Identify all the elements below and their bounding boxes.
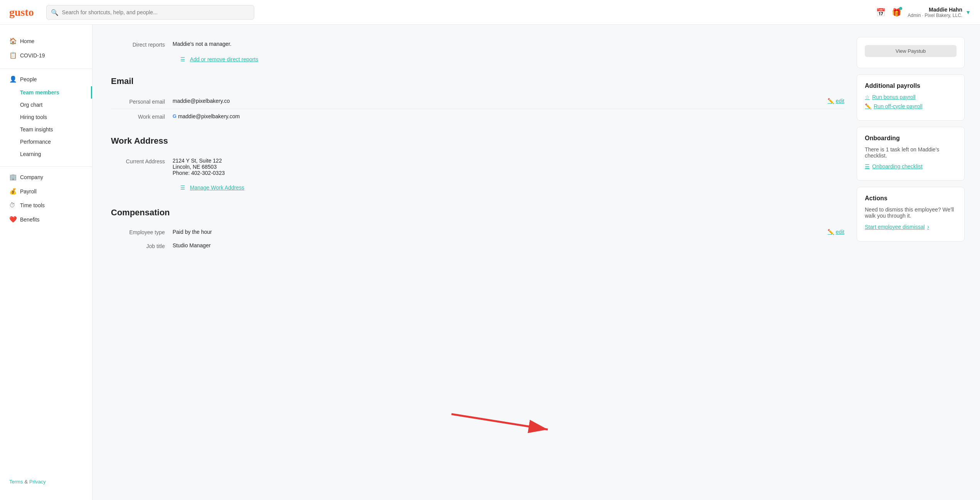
search-bar[interactable]: 🔍 [46, 5, 254, 20]
hiring-tools-label: Hiring tools [20, 114, 47, 120]
direct-reports-row: Direct reports Maddie's not a manager. [111, 37, 844, 52]
sidebar-divider-1 [0, 69, 92, 69]
calendar-button[interactable]: 📅 [876, 8, 886, 17]
payroll-icon: 💰 [9, 188, 16, 195]
work-email-value: G maddie@pixelbakery.com [173, 113, 844, 119]
user-name: Maddie Hahn [908, 7, 962, 13]
list-icon: ☰ [180, 56, 185, 62]
add-remove-direct-reports-link[interactable]: Add or remove direct reports [190, 56, 258, 62]
sidebar-people-label: People [20, 76, 37, 82]
sidebar-item-people[interactable]: 👤 People [0, 72, 92, 86]
work-email-label: Work email [111, 113, 173, 120]
direct-reports-value: Maddie's not a manager. [173, 41, 844, 47]
manage-work-address-row: ☰ Manage Work Address [111, 180, 844, 195]
terms-link[interactable]: Terms [9, 479, 23, 485]
sidebar-item-covid[interactable]: 📋 COVID-19 [0, 48, 92, 62]
start-dismissal-link[interactable]: Start employee dismissal › [865, 223, 957, 230]
address-phone: Phone: 402-302-0323 [173, 170, 844, 176]
team-members-label: Team members [20, 89, 59, 96]
footer-ampersand: & [24, 479, 28, 485]
compensation-edit-link[interactable]: ✏️ edit [827, 229, 844, 235]
personal-email-edit-link[interactable]: ✏️ edit [827, 98, 844, 104]
manage-work-address-link[interactable]: Manage Work Address [190, 185, 244, 191]
covid-icon: 📋 [9, 52, 16, 59]
compensation-title: Compensation [111, 208, 844, 218]
edit-pencil-icon-2: ✏️ [827, 229, 834, 235]
sidebar-covid-label: COVID-19 [20, 52, 45, 59]
current-address-label: Current Address [111, 158, 173, 164]
performance-label: Performance [20, 139, 51, 145]
job-title-value: Studio Manager [173, 242, 844, 248]
sidebar-footer: Terms & Privacy [0, 473, 92, 491]
top-navigation: gusto 🔍 📅 🎁 Maddie Hahn Admin · Pixel Ba… [0, 0, 980, 25]
personal-email-value: maddie@pixelbakery.co [173, 98, 827, 104]
sidebar-item-learning[interactable]: Learning [0, 148, 92, 160]
edit-pencil-icon: ✏️ [827, 98, 834, 104]
additional-payrolls-card: Additional payrolls ☆ Run bonus payroll … [857, 74, 965, 121]
user-role: Admin · Pixel Bakery, LLC. [908, 13, 962, 18]
time-icon: ⏱ [9, 202, 16, 209]
job-title-row: Job title Studio Manager [111, 238, 844, 253]
sidebar-divider-2 [0, 166, 92, 167]
additional-payrolls-title: Additional payrolls [865, 82, 957, 89]
address-line1: 2124 Y St, Suite 122 [173, 158, 844, 164]
run-bonus-link[interactable]: ☆ Run bonus payroll [865, 94, 957, 100]
paystub-card: View Paystub [857, 37, 965, 68]
google-icon: G [173, 113, 176, 119]
employee-type-value: Paid by the hour [173, 229, 827, 235]
company-label: Company [20, 174, 43, 180]
learning-label: Learning [20, 151, 41, 157]
sidebar-item-time-tools[interactable]: ⏱ Time tools [0, 198, 92, 212]
team-insights-label: Team insights [20, 126, 53, 133]
topnav-right: 📅 🎁 Maddie Hahn Admin · Pixel Bakery, LL… [876, 7, 971, 18]
sidebar-item-payroll[interactable]: 💰 Payroll [0, 184, 92, 198]
page-layout: 🏠 Home 📋 COVID-19 👤 People Team members … [0, 25, 980, 500]
gift-button[interactable]: 🎁 [892, 8, 901, 17]
job-title-label: Job title [111, 242, 173, 249]
run-offcycle-link[interactable]: ✏️ Run off-cycle payroll [865, 103, 957, 109]
onboarding-card: Onboarding There is 1 task left on Maddi… [857, 127, 965, 181]
privacy-link[interactable]: Privacy [29, 479, 46, 485]
user-info: Maddie Hahn Admin · Pixel Bakery, LLC. [908, 7, 962, 18]
sidebar-item-home[interactable]: 🏠 Home [0, 34, 92, 48]
people-icon: 👤 [9, 76, 16, 83]
sidebar-item-performance[interactable]: Performance [0, 136, 92, 148]
actions-card: Actions Need to dismiss this employee? W… [857, 187, 965, 242]
onboarding-title: Onboarding [865, 135, 957, 142]
onboarding-checklist-link[interactable]: ☰ Onboarding checklist [865, 163, 957, 169]
user-menu[interactable]: Maddie Hahn Admin · Pixel Bakery, LLC. ▼ [908, 7, 971, 18]
sidebar-other-items: 🏢 Company 💰 Payroll ⏱ Time tools ❤️ Bene… [0, 170, 92, 227]
work-email-row: Work email G maddie@pixelbakery.com [111, 109, 844, 124]
chevron-right-icon: › [927, 223, 929, 230]
view-paystub-button[interactable]: View Paystub [865, 45, 957, 57]
actions-text: Need to dismiss this employee? We'll wal… [865, 206, 957, 219]
sidebar-item-company[interactable]: 🏢 Company [0, 170, 92, 184]
org-chart-label: Org chart [20, 102, 42, 108]
direct-reports-label: Direct reports [111, 41, 173, 48]
sidebar: 🏠 Home 📋 COVID-19 👤 People Team members … [0, 25, 92, 500]
current-address-row: Current Address 2124 Y St, Suite 122 Lin… [111, 154, 844, 180]
sidebar-item-benefits[interactable]: ❤️ Benefits [0, 212, 92, 227]
benefits-icon: ❤️ [9, 216, 16, 223]
address-line2: Lincoln, NE 68503 [173, 164, 844, 170]
sidebar-item-team-members[interactable]: Team members [0, 86, 92, 99]
logo: gusto [9, 6, 34, 18]
actions-title: Actions [865, 195, 957, 202]
search-input[interactable] [46, 5, 254, 20]
time-tools-label: Time tools [20, 202, 45, 208]
sidebar-item-hiring-tools[interactable]: Hiring tools [0, 111, 92, 123]
star-icon: ☆ [865, 94, 870, 100]
sidebar-item-team-insights[interactable]: Team insights [0, 123, 92, 136]
main-content: Direct reports Maddie's not a manager. ☰… [111, 37, 844, 488]
notification-dot [899, 7, 902, 10]
onboarding-text: There is 1 task left on Maddie's checkli… [865, 146, 957, 159]
personal-email-label: Personal email [111, 98, 173, 105]
add-remove-reports-row: ☰ Add or remove direct reports [111, 52, 844, 67]
sidebar-item-org-chart[interactable]: Org chart [0, 99, 92, 111]
work-address-section: Work Address Current Address 2124 Y St, … [111, 136, 844, 195]
chevron-down-icon: ▼ [965, 9, 971, 15]
personal-email-row: Personal email maddie@pixelbakery.co ✏️ … [111, 94, 844, 109]
sidebar-people-section: 👤 People Team members Org chart Hiring t… [0, 72, 92, 160]
sidebar-home-label: Home [20, 38, 34, 44]
company-icon: 🏢 [9, 173, 16, 181]
